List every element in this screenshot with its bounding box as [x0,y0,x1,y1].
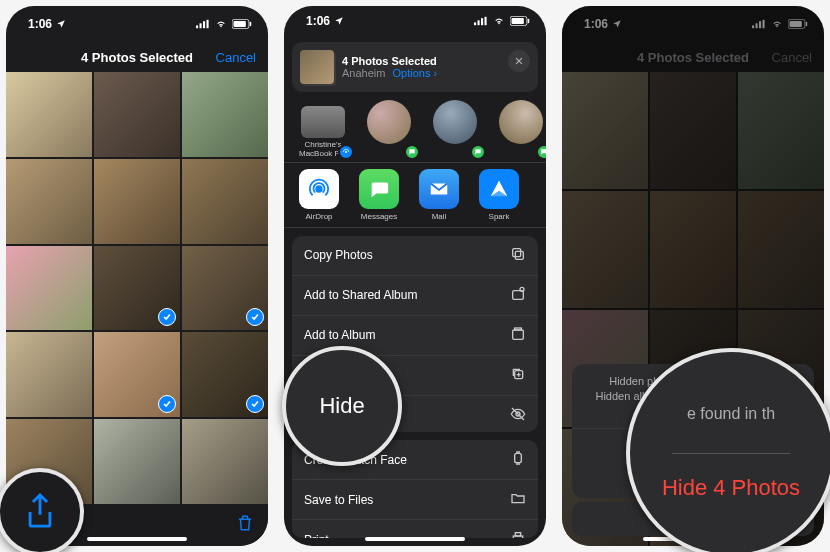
svg-rect-21 [515,328,522,330]
airdrop-contact[interactable]: Christine's MacBook Pro [294,100,352,158]
signal-icon [474,16,488,26]
svg-rect-20 [513,330,524,339]
svg-rect-6 [250,22,252,27]
action-label: Copy Photos [304,248,373,262]
status-bar: 1:06 [6,6,268,42]
photo-thumbnail[interactable] [94,246,180,331]
spark-icon [488,178,510,200]
status-time: 1:06 [306,14,330,28]
app-label: Mail [432,212,447,221]
printer-icon [510,530,526,538]
nav-bar: 4 Photos Selected Cancel [6,42,268,72]
status-bar: 1:06 [284,6,546,36]
photo-grid[interactable] [6,72,268,504]
action-label: Save to Files [304,493,373,507]
share-thumbnail [300,50,334,84]
share-contact[interactable] [360,100,418,158]
watch-icon [510,450,526,469]
svg-point-14 [345,151,347,153]
svg-rect-16 [515,251,523,259]
app-label: AirDrop [305,212,332,221]
share-options-link[interactable]: Options › [392,67,437,79]
status-time: 1:06 [28,17,52,31]
svg-point-19 [520,287,524,291]
callout-hide: Hide [282,346,402,466]
share-sheet-header: 4 Photos Selected Anaheim Options › [292,42,538,92]
signal-icon [196,19,210,29]
photo-thumbnail[interactable] [94,159,180,244]
messages-badge-icon [470,144,486,160]
svg-rect-8 [478,20,480,25]
svg-rect-1 [200,23,202,28]
photo-thumbnail[interactable] [182,159,268,244]
app-airdrop[interactable]: AirDrop [294,169,344,221]
svg-rect-3 [207,20,209,28]
close-button[interactable] [508,50,530,72]
messages-badge-icon [404,144,420,160]
nav-title: 4 Photos Selected [81,50,193,65]
share-contacts-row[interactable]: Christine's MacBook Pro [284,92,546,162]
photo-thumbnail[interactable] [6,332,92,417]
app-label: Spark [489,212,510,221]
screen-share-sheet: 1:06 4 Photos Selected Anaheim Options › [284,6,546,546]
app-messages[interactable]: Messages [354,169,404,221]
photo-thumbnail[interactable] [6,72,92,157]
photo-thumbnail[interactable] [182,72,268,157]
trash-button[interactable] [236,513,254,537]
photo-thumbnail[interactable] [94,332,180,417]
duplicate-icon [510,366,526,385]
svg-rect-10 [485,17,487,25]
battery-icon [510,16,530,26]
messages-badge-icon [536,144,546,160]
airdrop-icon [308,178,330,200]
app-mail[interactable]: Mail [414,169,464,221]
svg-rect-0 [196,25,198,28]
home-indicator[interactable] [87,537,187,541]
photo-thumbnail[interactable] [182,246,268,331]
wifi-icon [492,16,506,26]
photo-thumbnail[interactable] [182,332,268,417]
mail-icon [428,178,450,200]
svg-rect-25 [515,453,522,462]
share-icon [23,492,57,532]
callout-hide-label: Hide [319,393,364,419]
svg-rect-27 [515,533,520,536]
share-apps-row[interactable]: AirDrop Messages Mail Spark [284,162,546,228]
svg-rect-13 [528,18,530,23]
callout-share [0,468,84,552]
app-label: Messages [361,212,397,221]
app-spark[interactable]: Spark [474,169,524,221]
callout-hide-photos-label: Hide 4 Photos [662,475,800,501]
location-arrow-icon [56,19,66,29]
svg-rect-7 [474,22,476,25]
cancel-button[interactable]: Cancel [216,50,256,65]
action-copy-photos[interactable]: Copy Photos [292,236,538,276]
home-indicator[interactable] [365,537,465,541]
svg-rect-2 [203,21,205,28]
folder-icon [510,490,526,509]
svg-point-15 [316,186,322,192]
album-icon [510,326,526,345]
photo-thumbnail[interactable] [6,159,92,244]
svg-rect-9 [481,18,483,25]
photo-thumbnail[interactable] [94,72,180,157]
share-contact[interactable] [426,100,484,158]
airdrop-badge-icon [338,144,354,160]
wifi-icon [214,19,228,29]
close-icon [514,56,524,66]
svg-rect-12 [512,18,524,24]
photo-thumbnail[interactable] [6,246,92,331]
action-print[interactable]: Print [292,520,538,538]
svg-rect-5 [234,21,246,27]
photo-thumbnail[interactable] [94,419,180,504]
action-label: Add to Shared Album [304,288,417,302]
action-save-to-files[interactable]: Save to Files [292,480,538,520]
share-subtitle: Anaheim [342,67,385,79]
share-contact[interactable] [492,100,546,158]
messages-icon [368,178,390,200]
action-add-shared-album[interactable]: Add to Shared Album [292,276,538,316]
photo-thumbnail[interactable] [182,419,268,504]
action-label: Print [304,533,329,538]
shared-album-icon [510,286,526,305]
svg-rect-17 [513,248,521,256]
